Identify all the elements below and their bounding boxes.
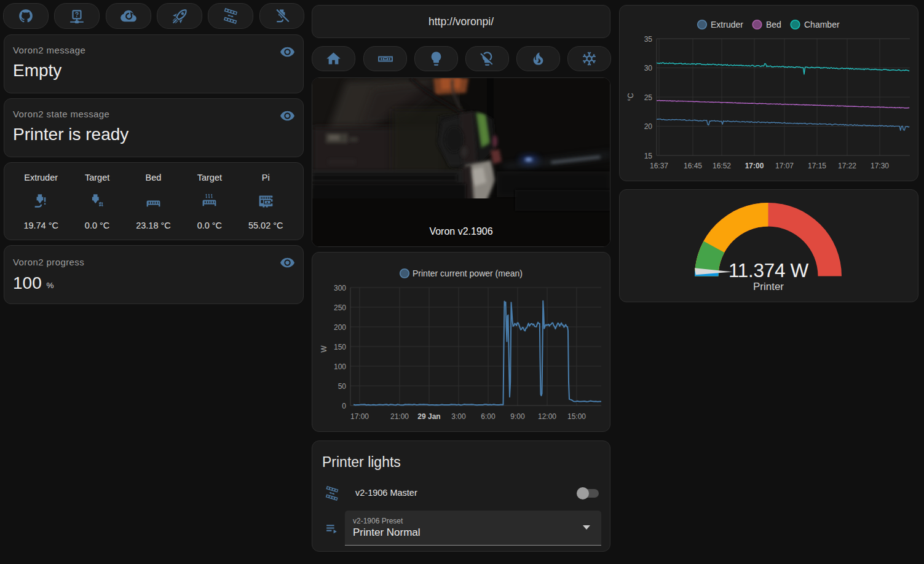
svg-text:Chamber: Chamber — [804, 20, 840, 29]
svg-text:6:00: 6:00 — [481, 412, 496, 421]
svg-text:300: 300 — [334, 284, 346, 292]
svg-text:Printer: Printer — [753, 281, 784, 292]
svg-text:17:00: 17:00 — [745, 162, 764, 170]
svg-text:12:00: 12:00 — [538, 412, 556, 421]
svg-text:°C: °C — [626, 93, 635, 101]
svg-text:25: 25 — [644, 93, 653, 102]
svg-text:17:00: 17:00 — [350, 412, 369, 421]
svg-text:Extruder: Extruder — [711, 20, 743, 29]
svg-text:Bed: Bed — [766, 20, 781, 29]
svg-text:17:15: 17:15 — [808, 162, 826, 170]
svg-text:35: 35 — [644, 35, 653, 44]
svg-text:3:00: 3:00 — [451, 412, 466, 421]
svg-text:200: 200 — [334, 323, 346, 332]
svg-text:250: 250 — [334, 304, 346, 312]
svg-text:17:22: 17:22 — [838, 162, 856, 170]
svg-text:Printer current power (mean): Printer current power (mean) — [413, 268, 523, 278]
svg-text:16:45: 16:45 — [684, 162, 702, 170]
svg-text:0: 0 — [342, 402, 346, 410]
svg-text:15:00: 15:00 — [567, 412, 586, 421]
svg-text:21:00: 21:00 — [390, 412, 409, 421]
svg-text:17:30: 17:30 — [871, 162, 889, 170]
svg-text:15: 15 — [644, 152, 653, 160]
svg-text:9:00: 9:00 — [510, 412, 525, 421]
svg-text:150: 150 — [334, 343, 346, 351]
svg-text:16:52: 16:52 — [713, 162, 731, 170]
svg-text:29 Jan: 29 Jan — [417, 412, 440, 421]
svg-text:W: W — [320, 345, 328, 353]
svg-text:100: 100 — [334, 362, 346, 371]
svg-text:11.374 W: 11.374 W — [729, 259, 809, 281]
svg-text:50: 50 — [338, 382, 347, 391]
svg-text:17:07: 17:07 — [775, 162, 794, 170]
svg-text:16:37: 16:37 — [650, 162, 668, 170]
svg-text:20: 20 — [644, 122, 653, 131]
svg-text:30: 30 — [644, 64, 653, 72]
